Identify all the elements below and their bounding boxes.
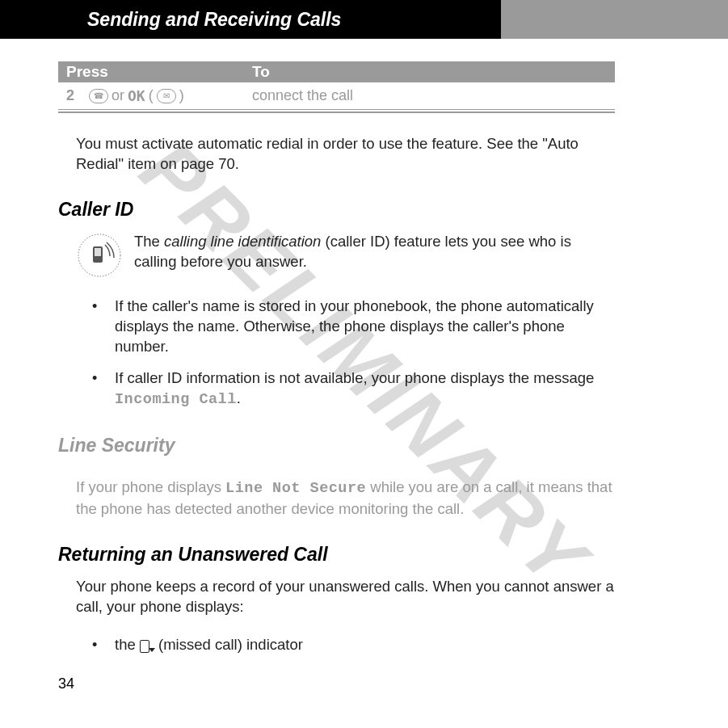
bullet-after: (missed call) indicator — [154, 636, 303, 653]
list-item: the (missed call) indicator — [92, 635, 615, 655]
bullet-text-after: . — [237, 389, 241, 406]
send-key-icon: ☎ — [89, 89, 108, 103]
intro-em: calling line identification — [164, 233, 321, 250]
caller-id-heading: Caller ID — [58, 199, 615, 221]
or-text: or — [112, 87, 124, 104]
line-security-heading: Line Security — [58, 435, 615, 457]
chapter-title: Sending and Receiving Calls — [0, 0, 501, 39]
press-cell: 2 ☎ or OK ( ✉ ) — [66, 87, 252, 104]
line-not-secure-display: Line Not Secure — [225, 480, 366, 497]
bullet-text-before: If caller ID information is not availabl… — [115, 369, 594, 386]
ls-before: If your phone displays — [76, 478, 225, 495]
step-number: 2 — [66, 87, 74, 104]
caller-id-intro: The calling line identification (caller … — [76, 232, 615, 279]
returning-heading: Returning an Unanswered Call — [58, 544, 615, 566]
redial-paragraph: You must activate automatic redial in or… — [76, 134, 615, 175]
table-header: Press To — [58, 61, 615, 82]
paren-open: ( — [149, 87, 154, 104]
softkey-icon: ✉ — [157, 89, 176, 103]
header-bar: Sending and Receiving Calls — [0, 0, 728, 39]
returning-bullets: the (missed call) indicator — [92, 635, 615, 655]
press-to-table: Press To 2 ☎ or OK ( ✉ ) connect the cal… — [58, 61, 615, 113]
table-rule-thin — [58, 109, 615, 110]
line-security-paragraph: If your phone displays Line Not Secure w… — [76, 478, 615, 520]
list-item: If caller ID information is not availabl… — [92, 368, 615, 410]
caller-id-intro-text: The calling line identification (caller … — [134, 232, 615, 272]
header-accent — [501, 0, 728, 39]
table-rule-thick — [58, 112, 615, 113]
missed-call-icon — [140, 640, 154, 651]
col-press: Press — [66, 63, 252, 81]
paren-close: ) — [179, 87, 184, 104]
svg-rect-2 — [95, 248, 101, 256]
page-content: Sending and Receiving Calls Press To 2 ☎… — [0, 0, 728, 707]
bullet-text: If the caller's name is stored in your p… — [115, 297, 594, 355]
to-cell: connect the call — [252, 87, 615, 104]
table-row: 2 ☎ or OK ( ✉ ) connect the call — [58, 82, 615, 109]
ok-label: OK — [128, 87, 145, 104]
intro-prefix: The — [134, 233, 164, 250]
col-to: To — [252, 63, 615, 81]
returning-paragraph: Your phone keeps a record of your unansw… — [76, 577, 615, 617]
network-dependent-feature-icon — [76, 232, 123, 279]
caller-id-bullets: If the caller's name is stored in your p… — [92, 297, 615, 410]
bullet-before: the — [115, 636, 140, 653]
page-number: 34 — [58, 675, 74, 692]
list-item: If the caller's name is stored in your p… — [92, 297, 615, 357]
incoming-call-display: Incoming Call — [115, 391, 237, 408]
